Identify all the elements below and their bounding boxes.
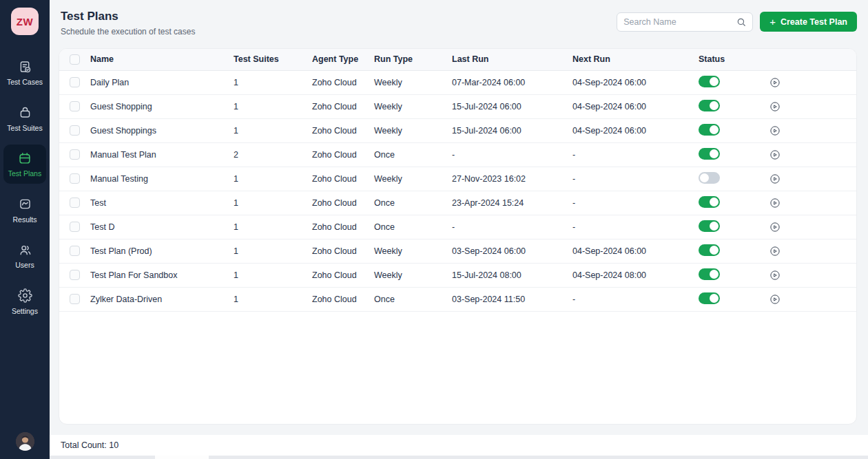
- status-toggle[interactable]: [699, 196, 720, 208]
- sidebar-item-label: Results: [12, 216, 37, 224]
- cell-test-suites: 1: [234, 239, 312, 263]
- column-header-name: Name: [90, 49, 234, 70]
- row-checkbox[interactable]: [70, 149, 80, 160]
- run-now-button[interactable]: [769, 222, 781, 233]
- cell-name: Zylker Data-Driven: [90, 287, 234, 311]
- status-toggle[interactable]: [699, 124, 720, 136]
- cell-next-run: -: [572, 215, 699, 239]
- table-row[interactable]: Daily Plan 1 Zoho Cloud Weekly 07-Mar-20…: [59, 70, 856, 94]
- cell-agent-type: Zoho Cloud: [312, 94, 374, 118]
- table-row[interactable]: Test D 1 Zoho Cloud Once - -: [59, 215, 856, 239]
- status-toggle[interactable]: [699, 76, 720, 87]
- column-header-status: Status: [699, 49, 765, 70]
- cell-agent-type: Zoho Cloud: [312, 167, 374, 191]
- sidebar-item-label: Users: [15, 261, 34, 270]
- cell-last-run: -: [452, 215, 572, 239]
- cell-test-suites: 1: [234, 70, 312, 94]
- row-checkbox[interactable]: [70, 222, 80, 232]
- page-subtitle: Schedule the execution of test cases: [61, 27, 195, 36]
- column-header-run-type: Run Type: [374, 49, 452, 70]
- table-row[interactable]: Manual Test Plan 2 Zoho Cloud Once - -: [59, 142, 856, 167]
- table-row[interactable]: Guest Shopping 1 Zoho Cloud Weekly 15-Ju…: [59, 94, 856, 118]
- row-checkbox[interactable]: [70, 77, 80, 87]
- sidebar-item-settings[interactable]: Settings: [3, 282, 46, 321]
- sidebar-item-users[interactable]: Users: [3, 236, 46, 275]
- row-checkbox[interactable]: [70, 198, 80, 208]
- cell-name: Guest Shopping: [90, 94, 234, 118]
- horizontal-scrollbar-thumb[interactable]: [155, 456, 209, 459]
- row-checkbox[interactable]: [70, 270, 80, 280]
- row-checkbox[interactable]: [70, 173, 80, 184]
- status-toggle[interactable]: [699, 172, 720, 184]
- column-header-agent-type: Agent Type: [312, 49, 374, 70]
- cell-next-run: 04-Sep-2024 06:00: [572, 70, 699, 94]
- table-row[interactable]: Guest Shoppings 1 Zoho Cloud Weekly 15-J…: [59, 118, 856, 142]
- cell-agent-type: Zoho Cloud: [312, 118, 374, 142]
- run-now-button[interactable]: [769, 270, 781, 281]
- status-toggle[interactable]: [699, 244, 720, 256]
- test-plans-table-card: Name Test Suites Agent Type Run Type Las…: [59, 48, 857, 425]
- cell-last-run: 23-Apr-2024 15:24: [452, 191, 572, 215]
- sidebar-item-label: Test Plans: [8, 170, 41, 178]
- run-now-button[interactable]: [769, 77, 781, 88]
- table-row[interactable]: Test Plan (Prod) 1 Zoho Cloud Weekly 03-…: [59, 239, 856, 263]
- run-now-button[interactable]: [769, 149, 781, 160]
- app-logo[interactable]: ZW: [11, 8, 39, 35]
- cell-run-type: Weekly: [374, 118, 452, 142]
- column-header-actions: [765, 49, 856, 70]
- search-input[interactable]: [623, 17, 736, 27]
- cell-last-run: 03-Sep-2024 11:50: [452, 287, 572, 311]
- status-toggle[interactable]: [699, 148, 720, 160]
- cell-run-type: Weekly: [374, 70, 452, 94]
- run-now-button[interactable]: [769, 246, 781, 257]
- cell-last-run: 15-Jul-2024 06:00: [452, 94, 572, 118]
- run-now-button[interactable]: [769, 125, 781, 136]
- cell-last-run: 03-Sep-2024 06:00: [452, 239, 572, 263]
- search-icon: [736, 17, 746, 27]
- cell-last-run: 27-Nov-2023 16:02: [452, 167, 572, 191]
- cell-agent-type: Zoho Cloud: [312, 70, 374, 94]
- footer-bar: Total Count: 10: [50, 435, 868, 456]
- cell-last-run: -: [452, 142, 572, 167]
- cell-test-suites: 1: [234, 215, 312, 239]
- row-checkbox[interactable]: [70, 246, 80, 256]
- horizontal-scrollbar[interactable]: [50, 456, 868, 459]
- row-checkbox[interactable]: [70, 101, 80, 111]
- sidebar-item-results[interactable]: Results: [3, 191, 46, 230]
- column-header-next-run: Next Run: [572, 49, 699, 70]
- sidebar-nav: Test Cases Test Suites Test Plans: [0, 53, 50, 328]
- run-now-button[interactable]: [769, 294, 781, 305]
- row-checkbox[interactable]: [70, 125, 80, 136]
- cell-last-run: 15-Jul-2024 06:00: [452, 118, 572, 142]
- user-avatar[interactable]: [16, 432, 34, 451]
- table-row[interactable]: Zylker Data-Driven 1 Zoho Cloud Once 03-…: [59, 287, 856, 311]
- status-toggle[interactable]: [699, 100, 720, 111]
- cell-run-type: Weekly: [374, 239, 452, 263]
- cell-agent-type: Zoho Cloud: [312, 215, 374, 239]
- run-now-button[interactable]: [769, 198, 781, 209]
- create-test-plan-button[interactable]: + Create Test Plan: [760, 12, 857, 32]
- table-row[interactable]: Test Plan For Sandbox 1 Zoho Cloud Weekl…: [59, 263, 856, 287]
- sidebar-item-label: Settings: [12, 308, 38, 316]
- sidebar-item-test-cases[interactable]: Test Cases: [3, 53, 46, 92]
- row-checkbox[interactable]: [70, 294, 80, 304]
- cell-name: Test Plan For Sandbox: [90, 263, 234, 287]
- top-actions: + Create Test Plan: [617, 12, 857, 32]
- cell-next-run: -: [572, 167, 699, 191]
- status-toggle[interactable]: [699, 292, 720, 304]
- cell-agent-type: Zoho Cloud: [312, 239, 374, 263]
- status-toggle[interactable]: [699, 220, 720, 232]
- select-all-checkbox[interactable]: [70, 54, 80, 65]
- table-row[interactable]: Test 1 Zoho Cloud Once 23-Apr-2024 15:24…: [59, 191, 856, 215]
- sidebar-item-test-plans[interactable]: Test Plans: [3, 145, 46, 184]
- cell-run-type: Once: [374, 191, 452, 215]
- sidebar-item-test-suites[interactable]: Test Suites: [3, 99, 46, 138]
- status-toggle[interactable]: [699, 268, 720, 280]
- cell-next-run: -: [572, 142, 699, 167]
- cell-last-run: 15-Jul-2024 08:00: [452, 263, 572, 287]
- cell-agent-type: Zoho Cloud: [312, 142, 374, 167]
- sidebar-item-label: Test Suites: [7, 125, 42, 133]
- run-now-button[interactable]: [769, 101, 781, 112]
- run-now-button[interactable]: [769, 173, 781, 184]
- table-row[interactable]: Manual Testing 1 Zoho Cloud Weekly 27-No…: [59, 167, 856, 191]
